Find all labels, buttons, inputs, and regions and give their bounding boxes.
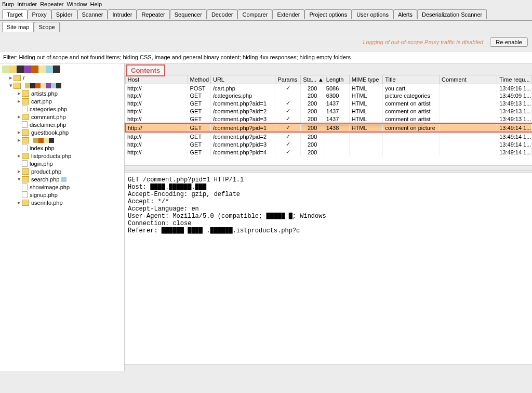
main-tab[interactable]: Project options [304, 9, 352, 19]
column-header[interactable]: Sta... ▲ [301, 75, 324, 84]
tree-label: listproducts.php [31, 153, 71, 159]
tree-label: / [23, 75, 24, 81]
main-tab[interactable]: Comparer [237, 9, 272, 19]
table-row[interactable]: http://GET/comment.php?aid=2✓2001437HTML… [125, 107, 532, 115]
folder-icon [22, 129, 29, 136]
table-row[interactable]: http://GET/comment.php?aid=3✓2001437HTML… [125, 115, 532, 123]
expand-arrow-icon[interactable]: ▸ [17, 168, 22, 175]
tree-color-bar [0, 64, 124, 74]
tree-item[interactable]: index.php [0, 144, 124, 152]
expand-arrow-icon[interactable]: ▸ [17, 113, 22, 120]
expand-arrow-icon[interactable]: ▾ [17, 176, 22, 182]
tree-item[interactable]: ▸guestbook.php [0, 128, 124, 136]
folder-icon [22, 114, 29, 120]
file-icon [22, 106, 28, 112]
context-menu [301, 123, 424, 124]
expand-arrow-icon[interactable]: ▾ [8, 82, 14, 89]
main-tab[interactable]: Alerts [393, 9, 417, 19]
tree-label: disclaimer.php [30, 122, 66, 128]
tree-item[interactable]: disclaimer.php [0, 121, 124, 128]
column-header[interactable]: MIME type [349, 75, 382, 84]
menu-item[interactable]: Burp [2, 1, 14, 7]
folder-icon [22, 90, 29, 97]
folder-icon [22, 176, 29, 182]
tree-item[interactable]: ▸userinfo.php [0, 199, 124, 206]
expand-arrow-icon[interactable]: ▸ [17, 90, 22, 97]
main-tab[interactable]: Repeater [137, 9, 169, 19]
file-icon [22, 191, 28, 198]
expand-arrow-icon[interactable]: ▸ [17, 152, 22, 159]
table-row[interactable]: http://GET/categories.php2006300HTMLpict… [125, 92, 532, 99]
tree-item[interactable]: ▸product.php [0, 167, 124, 175]
table-row[interactable]: http://GET/comment.php?aid=1✓2001437HTML… [125, 99, 532, 107]
request-raw-area[interactable]: GET /comment.php?pid=1 HTTP/1.1 Host: ██… [125, 173, 532, 364]
site-tree[interactable]: ▸/▾▸artists.php▸cart.phpcategories.php▸c… [0, 63, 125, 371]
main-tab[interactable]: Decoder [207, 9, 238, 19]
main-tab-row: TargetProxySpiderScannerIntruderRepeater… [0, 8, 532, 21]
request-response-tabs [125, 166, 532, 171]
contents-table-wrap: HostMethodURLParamsSta... ▲LengthMIME ty… [125, 75, 532, 166]
table-row[interactable]: http://GET/comment.php?pid=4✓20013:49:14… [125, 148, 532, 156]
tree-item[interactable]: ▾ [0, 82, 124, 89]
tree-label: signup.php [30, 192, 58, 198]
column-header[interactable]: URL [210, 75, 275, 84]
tree-label: userinfo.php [31, 200, 63, 206]
main-tab[interactable]: Sequencer [170, 9, 207, 19]
tree-item[interactable]: ▸/ [0, 74, 124, 82]
expand-arrow-icon[interactable]: ▸ [17, 129, 22, 136]
table-row[interactable]: http://GET/comment.php?pid=2✓20013:49:14… [125, 132, 532, 140]
menu-item[interactable]: Repeater [40, 1, 63, 7]
tree-item[interactable]: ▸cart.php [0, 97, 124, 105]
expand-arrow-icon[interactable]: ▸ [17, 98, 22, 104]
tree-label: showimage.php [30, 184, 70, 190]
tree-item[interactable]: ▾search.php [0, 175, 124, 183]
column-header[interactable]: Time requ... [497, 75, 532, 84]
column-header[interactable]: Method [188, 75, 210, 84]
menu-bar: BurpIntruderRepeaterWindowHelp [0, 0, 532, 8]
main-tab[interactable]: Deserialization Scanner [417, 9, 487, 19]
tree-item[interactable]: ▸listproducts.php [0, 152, 124, 160]
sub-tab[interactable]: Site map [2, 22, 34, 32]
sub-tab[interactable]: Scope [34, 22, 59, 32]
expand-arrow-icon[interactable]: ▸ [17, 199, 22, 206]
column-header[interactable]: Length [324, 75, 349, 84]
tree-item[interactable]: showimage.php [0, 183, 124, 191]
column-header[interactable]: Title [383, 75, 440, 84]
tree-item[interactable]: ▸comment.php [0, 113, 124, 121]
reenable-button[interactable]: Re-enable [490, 37, 528, 47]
tree-item[interactable]: categories.php [0, 105, 124, 113]
table-row[interactable]: http://POST/cart.php✓2005086HTMLyou cart… [125, 84, 532, 93]
tree-label: cart.php [31, 98, 52, 104]
contents-table[interactable]: HostMethodURLParamsSta... ▲LengthMIME ty… [125, 75, 532, 156]
main-tab[interactable]: Spider [51, 9, 77, 19]
main-tab[interactable]: Intruder [108, 9, 137, 19]
main-tab[interactable]: Extender [272, 9, 304, 19]
menu-item[interactable]: Help [90, 1, 102, 7]
column-header[interactable]: Host [125, 75, 188, 84]
menu-item[interactable]: Intruder [17, 1, 37, 7]
main-tab[interactable]: Target [2, 9, 28, 19]
redaction-bars [25, 83, 61, 88]
table-row[interactable]: http://GET/comment.php?pid=1✓2001438HTML… [125, 123, 532, 132]
tree-item[interactable]: login.php [0, 160, 124, 167]
file-icon [22, 160, 28, 167]
table-row[interactable]: http://GET/comment.php?pid=3✓20013:49:14… [125, 140, 532, 148]
tree-item[interactable]: signup.php [0, 191, 124, 199]
menu-item[interactable]: Window [66, 1, 87, 7]
filter-row[interactable]: Filter: Hiding out of scope and not foun… [0, 51, 532, 63]
expand-arrow-icon[interactable]: ▸ [8, 74, 14, 81]
redaction-bars [33, 138, 54, 143]
tree-item[interactable]: ▸ [0, 136, 124, 144]
tree-item[interactable]: ▸artists.php [0, 89, 124, 97]
column-header[interactable]: Comment [440, 75, 497, 84]
right-pane: Contents HostMethodURLParamsSta... ▲Leng… [125, 63, 532, 371]
main-tab[interactable]: Scanner [77, 9, 108, 19]
tree-label: comment.php [31, 114, 66, 120]
folder-icon [22, 153, 29, 159]
column-header[interactable]: Params [275, 75, 301, 84]
expand-arrow-icon[interactable]: ▸ [17, 137, 22, 143]
main-tab[interactable]: User options [352, 9, 393, 19]
main-tab[interactable]: Proxy [28, 9, 51, 19]
folder-icon [14, 75, 21, 81]
folder-icon [22, 98, 29, 104]
